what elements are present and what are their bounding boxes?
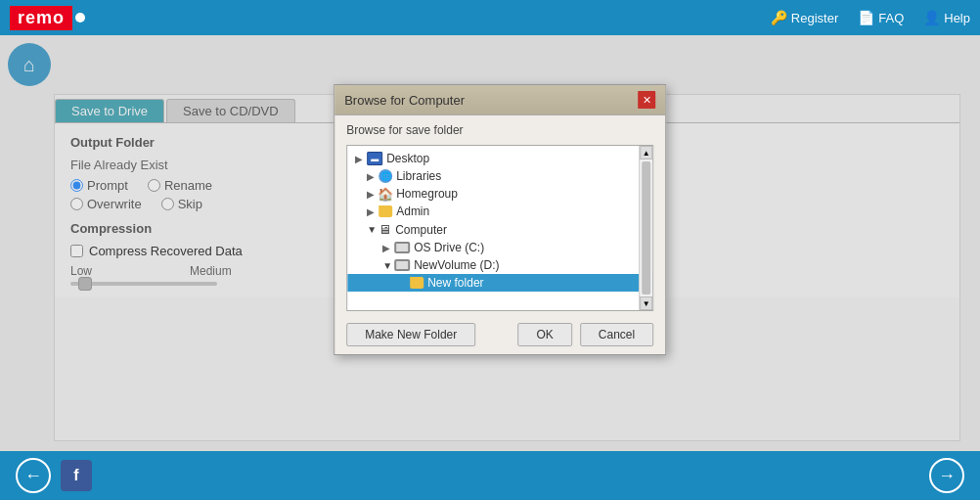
tree-item-admin[interactable]: ▶ Admin [347, 203, 652, 220]
desktop-icon: ▬ [367, 152, 382, 165]
fb-icon: f [73, 467, 78, 484]
desktop-label: Desktop [386, 152, 429, 165]
ok-cancel-group: OK Cancel [517, 323, 653, 346]
computer-arrow: ▼ [367, 224, 377, 235]
cancel-button[interactable]: Cancel [580, 323, 653, 346]
faq-label: FAQ [878, 11, 904, 25]
newvolume-arrow: ▼ [382, 260, 392, 271]
facebook-button[interactable]: f [61, 460, 92, 491]
tree-item-libraries[interactable]: ▶ 🌐 Libraries [347, 167, 652, 185]
admin-label: Admin [396, 205, 429, 218]
bottom-left: ← f [16, 458, 92, 493]
ok-button[interactable]: OK [517, 323, 571, 346]
computer-icon: 🖥 [379, 222, 391, 237]
tree-scrollbar[interactable]: ▲ ▼ [639, 146, 652, 310]
scroll-thumb[interactable] [642, 161, 650, 295]
main-area: ⌂ Save to Drive Save to CD/DVD Output Fo… [0, 35, 980, 451]
faq-nav-item[interactable]: 📄 FAQ [858, 10, 904, 25]
tree-item-new-folder[interactable]: New folder [347, 274, 652, 292]
os-drive-label: OS Drive (C:) [414, 241, 484, 254]
help-icon: 👤 [923, 10, 940, 25]
scroll-down-button[interactable]: ▼ [640, 296, 652, 310]
dialog-titlebar: Browse for Computer ✕ [334, 85, 665, 115]
admin-folder-icon [379, 205, 392, 217]
libraries-label: Libraries [396, 169, 441, 183]
new-folder-icon [410, 277, 423, 289]
tree-item-newvolume[interactable]: ▼ NewVolume (D:) [347, 256, 652, 274]
tree-item-desktop[interactable]: ▶ ▬ Desktop [347, 150, 652, 167]
admin-arrow: ▶ [367, 206, 377, 217]
homegroup-label: Homegroup [396, 187, 458, 201]
newvolume-label: NewVolume (D:) [414, 258, 499, 272]
back-icon: ← [24, 466, 42, 486]
help-nav-item[interactable]: 👤 Help [923, 10, 970, 25]
computer-label: Computer [395, 223, 447, 237]
register-label: Register [791, 11, 838, 25]
bottom-bar: ← f → [0, 451, 980, 500]
browse-dialog: Browse for Computer ✕ Browse for save fo… [334, 84, 666, 355]
desktop-arrow: ▶ [355, 154, 365, 164]
register-nav-item[interactable]: 🔑 Register [771, 10, 838, 25]
tree-item-homegroup[interactable]: ▶ 🏠 Homegroup [347, 185, 652, 203]
logo-text: remo [10, 6, 72, 30]
osdrive-icon [394, 242, 410, 253]
help-label: Help [944, 11, 970, 25]
dialog-close-button[interactable]: ✕ [638, 91, 655, 109]
top-bar: remo 🔑 Register 📄 FAQ 👤 Help [0, 0, 980, 35]
homegroup-arrow: ▶ [367, 189, 377, 200]
scroll-up-button[interactable]: ▲ [640, 146, 652, 159]
forward-icon: → [938, 466, 956, 486]
libraries-arrow: ▶ [367, 171, 377, 182]
newfolder-arrow [398, 278, 408, 289]
register-icon: 🔑 [771, 10, 787, 25]
osdrive-arrow: ▶ [382, 243, 392, 253]
make-new-folder-button[interactable]: Make New Folder [346, 323, 475, 346]
dialog-buttons: Make New Folder OK Cancel [334, 315, 665, 354]
tree-item-os-drive[interactable]: ▶ OS Drive (C:) [347, 239, 652, 256]
forward-button[interactable]: → [929, 458, 964, 493]
logo-dot [75, 13, 85, 23]
dialog-subtitle: Browse for save folder [334, 115, 665, 141]
faq-icon: 📄 [858, 10, 874, 25]
dialog-title: Browse for Computer [344, 93, 465, 108]
tree-inner: ▶ ▬ Desktop ▶ 🌐 Libraries ▶ 🏠 Homegroup [347, 146, 652, 295]
homegroup-icon: 🏠 [379, 187, 392, 201]
tree-item-computer[interactable]: ▼ 🖥 Computer [347, 220, 652, 239]
back-button[interactable]: ← [16, 458, 51, 493]
logo: remo [10, 6, 85, 30]
dialog-tree[interactable]: ▶ ▬ Desktop ▶ 🌐 Libraries ▶ 🏠 Homegroup [346, 145, 653, 311]
top-nav: 🔑 Register 📄 FAQ 👤 Help [771, 10, 970, 25]
libraries-icon: 🌐 [379, 169, 392, 183]
newvolume-icon [394, 259, 410, 271]
new-folder-label: New folder [427, 276, 483, 290]
